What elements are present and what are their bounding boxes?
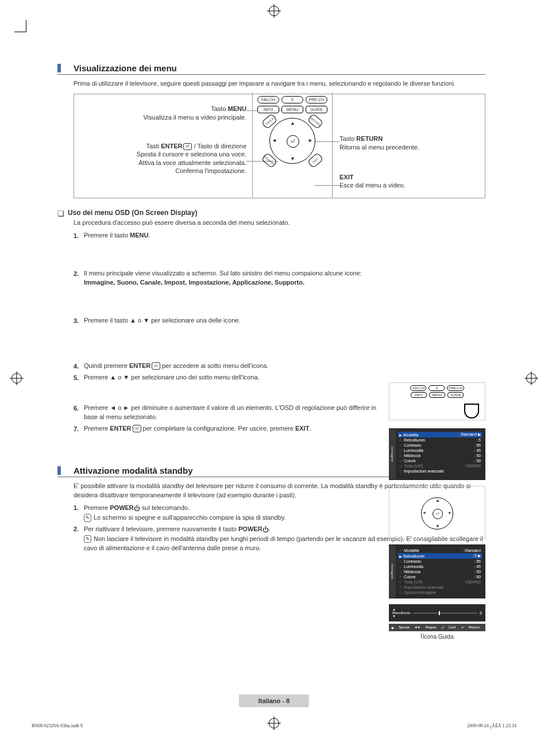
step2-bold: Immagine, Suono, Canale, Impost, Imposta… <box>84 279 304 286</box>
osd-subsection-title: Uso dei menu OSD (On Screen Display) <box>68 209 197 217</box>
remote-zero-button: 0 <box>281 96 303 103</box>
osd-row: ▶Modalità: Standard▶ <box>398 432 482 438</box>
remote-illustration: FAV.CH 0 PRE-CH INFO MENU GUIDE TOOLS RE… <box>252 93 333 198</box>
enter-icon: ⏎ <box>133 425 141 433</box>
label-return-bold: RETURN <box>356 135 383 142</box>
registration-mark-top <box>269 6 279 16</box>
osd-row: ○Luminosità: 45 <box>398 448 482 453</box>
step1-post: . <box>148 232 150 239</box>
label-menu-button-pre: Tasto <box>211 105 227 112</box>
s1-bold: POWER <box>110 504 134 511</box>
label-menu-button-desc: Visualizza il menu a video principale. <box>143 114 246 121</box>
osd-row: ○Opzioni immagine <box>398 590 482 595</box>
step-4: Quindi premere ENTER⏎ per accedere ai so… <box>84 362 485 371</box>
osd-row: ○Nitidezza: 50 <box>398 569 482 574</box>
mini-dpad-updown: ⏎ ▲ ▼ ◄ ► <box>389 486 485 539</box>
mini-fav: FAV.CH <box>410 385 426 391</box>
arrow-down-icon: ▼ <box>392 615 411 618</box>
label-exit-bold: EXIT <box>339 174 353 181</box>
highlight-circle-icon <box>464 404 479 419</box>
s2-bold: POWER <box>238 525 263 532</box>
help-conf-icon: ⏎ <box>441 625 444 630</box>
label-enter-pre: Tasti <box>146 143 161 149</box>
label-exit-desc: Esce dal menu a video. <box>339 182 405 189</box>
step-number: 3. <box>74 316 84 326</box>
label-enter-desc3: Conferma l'impostazione. <box>175 167 246 174</box>
footer-timestamp: 2009-08-24 ¿ÀÈÄ 1:23:14 <box>467 723 516 728</box>
remote-dpad: TOOLS RETURN INTERNET EXIT ⏎ ▲ ▼ ◄ ► <box>269 118 315 164</box>
dpad-right-icon: ► <box>448 511 452 515</box>
step7-pre: Premere <box>84 425 110 432</box>
section-accent-bar <box>57 466 61 475</box>
slider-track <box>413 613 477 613</box>
page-number-badge: Italiano - 8 <box>239 694 309 707</box>
osd-side-tab: Immagine <box>389 546 396 597</box>
registration-mark-bottom <box>269 718 279 728</box>
remote-guide-button: GUIDE <box>306 106 327 113</box>
osd-row: ○Tinta (V/R): V50/R50 <box>398 463 482 469</box>
remote-diagram-box: Tasto MENU Visualizza il menu a video pr… <box>74 94 485 198</box>
step-number: 6. <box>74 404 84 413</box>
step-3: Premere il tasto ▲ o ▼ per selezionare u… <box>84 316 485 325</box>
mini-menu: MENU <box>429 392 445 398</box>
step-2: Il menu principale viene visualizzato a … <box>84 269 485 287</box>
dpad-up-icon: ▲ <box>435 498 440 503</box>
osd-row: ○Contrasto: 95 <box>398 443 482 448</box>
power-icon: ⏻ <box>263 526 269 533</box>
help-conf: Conf. <box>449 625 457 630</box>
step-number: 2. <box>74 269 84 279</box>
osd-panel-image-1: Immagine ▶Modalità: Standard▶○Retroillum… <box>389 428 485 480</box>
s2-pre: Per riattivare il televisore, premere nu… <box>84 525 238 532</box>
osd-row: ○Modalità: Standard <box>398 548 482 553</box>
s1-post: sul telecomando. <box>140 504 190 511</box>
footer-filename: BN68-02329A-03Ita.indb 8 <box>32 723 83 728</box>
help-return-icon: ↶ <box>461 625 464 630</box>
mini-info: INFO <box>411 392 427 398</box>
registration-mark-left <box>11 373 22 383</box>
help-adjust: Regola <box>426 625 437 630</box>
step7-post: . <box>309 425 311 432</box>
remote-menu-button: MENU <box>281 106 303 113</box>
section-title-menu-display: Visualizzazione dei menu <box>74 63 177 73</box>
label-enter-desc1: Sposta il cursore e seleziona una voce. <box>137 151 246 158</box>
note-icon: ✎ <box>84 514 91 522</box>
mini-prech: PRE-CH <box>447 385 464 391</box>
osd-row: ▶Retroillumin: 5▶ <box>398 553 482 559</box>
label-enter-tail: / Tasto di direzione <box>192 143 246 149</box>
remote-fav-button: FAV.CH <box>257 96 279 103</box>
osd-side-tab: Immagine <box>389 429 396 479</box>
slider-value: 5 <box>480 611 482 615</box>
registration-mark-right <box>526 373 537 383</box>
step-number: 5. <box>74 373 84 383</box>
s1-note: Lo schermo si spegne e sull'apparecchio … <box>94 514 286 521</box>
remote-prech-button: PRE-CH <box>306 96 327 103</box>
s2-post: . <box>269 525 271 532</box>
dpad-left-icon: ◄ <box>422 511 426 515</box>
step-number: 4. <box>74 362 84 371</box>
dpad-up-icon: ▲ <box>290 120 295 126</box>
subsection-bullet-icon: ❏ <box>57 209 64 218</box>
step-1: Premere il tasto MENU. <box>84 231 485 240</box>
osd-row: ○Retroillumin: 5 <box>398 438 482 443</box>
enter-icon: ⏎ <box>152 362 160 370</box>
osd-row: ○Luminosità: 45 <box>398 564 482 569</box>
osd-row: ○Tinta (V/R): V50/R50 <box>398 580 482 585</box>
osd-intro-line: La procedura d'accesso può essere divers… <box>74 218 485 228</box>
help-label-text: Icona Guida <box>423 634 454 640</box>
osd-row: ○Colore: 50 <box>398 574 482 580</box>
label-enter-desc2: Attiva la voce attualmente selezionata. <box>138 159 246 166</box>
help-label-caption: Icona Guida <box>389 634 485 640</box>
crop-mark <box>14 20 26 32</box>
remote-info-button: INFO <box>257 106 279 113</box>
step7-mid: per completare la configurazione. Per us… <box>141 425 295 432</box>
step2-pre: Il menu principale viene visualizzato a … <box>84 270 362 277</box>
help-move-icon: ◆ <box>391 625 394 630</box>
osd-slider-panel: ▲ Retroillumin ▼ 5 <box>389 604 485 621</box>
label-menu-button-bold: MENU <box>228 105 246 112</box>
step-number: 2. <box>74 525 84 534</box>
step-number: 1. <box>74 231 84 241</box>
label-enter-bold: ENTER <box>161 143 182 149</box>
label-return-pre: Tasto <box>339 135 356 142</box>
section-accent-bar <box>57 64 61 72</box>
osd-row: ○Nitidezza: 50 <box>398 453 482 458</box>
